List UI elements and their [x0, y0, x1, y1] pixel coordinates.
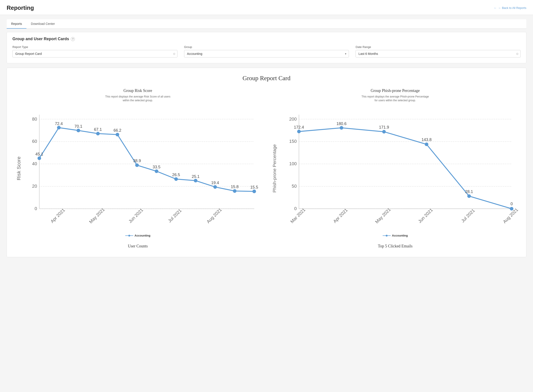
- svg-text:40: 40: [32, 161, 37, 166]
- svg-text:28.1: 28.1: [465, 189, 473, 194]
- risk-point-7: [174, 177, 178, 181]
- svg-text:Aug 2021: Aug 2021: [206, 207, 223, 224]
- date-range-group: Date Range Last 6 Months Last 3 Months L…: [356, 45, 521, 57]
- svg-text:25.1: 25.1: [192, 174, 199, 179]
- phish-point-4: [467, 194, 471, 198]
- svg-point-56: [386, 235, 388, 237]
- phish-chart-container: Group Phish-prone Percentage This report…: [270, 89, 521, 237]
- svg-text:60: 60: [32, 139, 37, 144]
- phish-chart-area: Phish-prone Percentage 0 50: [270, 106, 521, 232]
- group-select-wrapper: Accounting All Groups Finance HR IT: [184, 50, 349, 57]
- risk-point-11: [253, 189, 256, 193]
- charts-row: Group Risk Score This report displays th…: [12, 89, 521, 237]
- top-emails-container: Top 5 Clicked Emails: [270, 244, 521, 250]
- risk-point-9: [213, 185, 217, 189]
- phish-legend-label: Accounting: [392, 234, 408, 237]
- svg-text:15.5: 15.5: [250, 185, 258, 189]
- risk-point-5: [135, 163, 139, 167]
- risk-point-4: [116, 133, 119, 136]
- svg-text:Mar 2021: Mar 2021: [289, 207, 306, 224]
- svg-text:33.5: 33.5: [153, 165, 160, 169]
- risk-legend-label: Accounting: [134, 234, 151, 237]
- report-type-group: Report Type Group Report Card User Repor…: [12, 45, 177, 57]
- risk-point-8: [194, 179, 197, 182]
- phish-point-3: [425, 142, 428, 146]
- tabs-section: Reports Download Center: [7, 19, 526, 29]
- svg-point-30: [128, 235, 130, 237]
- risk-point-3: [96, 132, 100, 135]
- risk-point-6: [155, 169, 158, 173]
- svg-text:26.5: 26.5: [172, 172, 180, 177]
- help-icon[interactable]: ?: [71, 37, 75, 41]
- risk-score-chart-container: Group Risk Score This report displays th…: [12, 89, 263, 237]
- svg-text:172.4: 172.4: [294, 125, 304, 129]
- back-to-all-reports-link[interactable]: ← ← Back to All Reports: [494, 6, 526, 9]
- risk-score-chart-area: Risk Score 0 20 40 60: [12, 106, 263, 232]
- svg-text:0: 0: [510, 201, 513, 206]
- svg-text:70.1: 70.1: [74, 124, 82, 128]
- back-arrow-icon: ←: [494, 6, 497, 9]
- tab-reports[interactable]: Reports: [7, 19, 26, 29]
- date-range-select[interactable]: Last 6 Months Last 3 Months Last 12 Mont…: [356, 50, 521, 57]
- svg-text:May 2021: May 2021: [374, 207, 392, 224]
- phish-title: Group Phish-prone Percentage: [371, 89, 420, 93]
- svg-text:Apr 2021: Apr 2021: [50, 207, 66, 224]
- user-counts-title: User Counts: [128, 244, 148, 248]
- risk-score-desc: This report displays the average Risk Sc…: [102, 95, 173, 102]
- svg-text:15.8: 15.8: [231, 185, 239, 189]
- phish-legend: Accounting: [383, 234, 408, 237]
- user-counts-container: User Counts: [12, 244, 263, 250]
- report-type-label: Report Type: [12, 45, 177, 49]
- phish-svg: Phish-prone Percentage 0 50: [270, 106, 521, 231]
- svg-text:Jul 2021: Jul 2021: [460, 208, 476, 223]
- date-range-label: Date Range: [356, 45, 521, 49]
- svg-text:67.1: 67.1: [94, 127, 102, 131]
- phish-legend-line-svg: [383, 234, 391, 237]
- svg-text:0: 0: [294, 206, 297, 211]
- date-range-select-wrapper: Last 6 Months Last 3 Months Last 12 Mont…: [356, 50, 521, 57]
- filter-section: Group and User Report Cards ? Report Typ…: [7, 32, 526, 63]
- bottom-charts-row: User Counts Top 5 Clicked Emails: [12, 244, 521, 250]
- risk-score-svg: Risk Score 0 20 40 60: [12, 106, 263, 231]
- svg-text:Jun 2021: Jun 2021: [417, 207, 434, 224]
- svg-text:50: 50: [292, 184, 297, 189]
- report-type-select[interactable]: Group Report Card User Report Card: [12, 50, 177, 57]
- risk-point-1: [57, 126, 61, 129]
- report-card-section: Group Report Card Group Risk Score This …: [7, 68, 526, 257]
- svg-text:180.6: 180.6: [336, 121, 347, 126]
- svg-text:Apr 2021: Apr 2021: [332, 207, 348, 224]
- tabs-bar: Reports Download Center: [7, 19, 526, 29]
- phish-desc: This report displays the average Phish-p…: [360, 95, 431, 102]
- svg-text:143.8: 143.8: [422, 137, 431, 142]
- phish-line: [299, 128, 512, 209]
- svg-text:80: 80: [32, 116, 37, 121]
- svg-text:Jul 2021: Jul 2021: [167, 208, 182, 223]
- risk-score-title: Group Risk Score: [124, 89, 152, 93]
- phish-point-0: [297, 130, 301, 133]
- svg-text:May 2021: May 2021: [88, 207, 106, 224]
- filter-title: Group and User Report Cards ?: [12, 37, 521, 41]
- risk-point-10: [233, 189, 236, 193]
- filter-row: Report Type Group Report Card User Repor…: [12, 45, 521, 57]
- risk-score-line: [39, 127, 254, 191]
- svg-text:66.2: 66.2: [113, 128, 121, 133]
- report-type-select-wrapper: Group Report Card User Report Card: [12, 50, 177, 57]
- svg-text:19.4: 19.4: [211, 180, 219, 185]
- risk-score-y-label: Risk Score: [16, 156, 22, 180]
- tab-download-center[interactable]: Download Center: [26, 19, 59, 29]
- svg-text:150: 150: [289, 139, 297, 144]
- svg-text:0: 0: [35, 206, 37, 211]
- svg-text:100: 100: [289, 161, 297, 166]
- svg-text:38.9: 38.9: [133, 159, 141, 163]
- svg-text:45.1: 45.1: [35, 152, 43, 156]
- group-label: Group: [184, 45, 349, 49]
- group-select[interactable]: Accounting All Groups Finance HR IT: [184, 50, 349, 57]
- phish-point-1: [340, 126, 343, 130]
- svg-text:200: 200: [289, 116, 297, 121]
- risk-score-legend: Accounting: [125, 234, 151, 237]
- group-filter-group: Group Accounting All Groups Finance HR I…: [184, 45, 349, 57]
- svg-text:171.9: 171.9: [379, 125, 389, 129]
- legend-line-svg: [125, 234, 133, 237]
- svg-text:Jun 2021: Jun 2021: [127, 207, 144, 224]
- svg-text:20: 20: [32, 184, 37, 189]
